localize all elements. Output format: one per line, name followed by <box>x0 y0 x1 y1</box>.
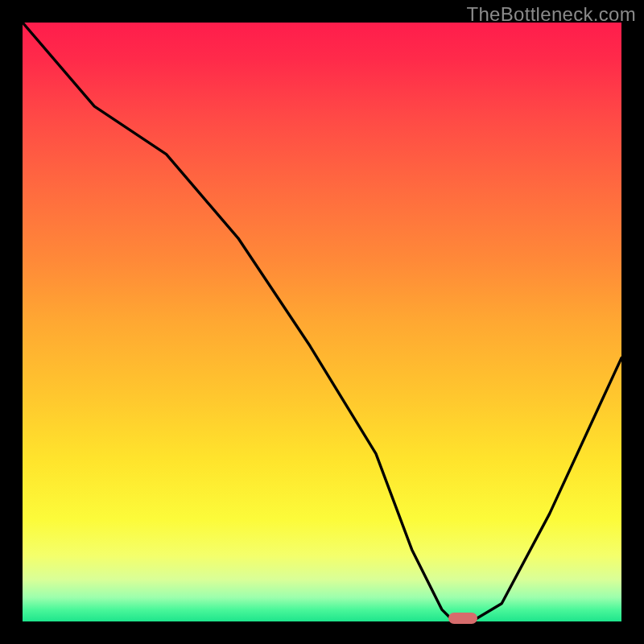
plot-background-gradient <box>23 23 621 621</box>
watermark-text: TheBottleneck.com <box>466 3 636 26</box>
chart-frame: TheBottleneck.com <box>0 0 644 644</box>
optimum-marker <box>448 613 477 624</box>
